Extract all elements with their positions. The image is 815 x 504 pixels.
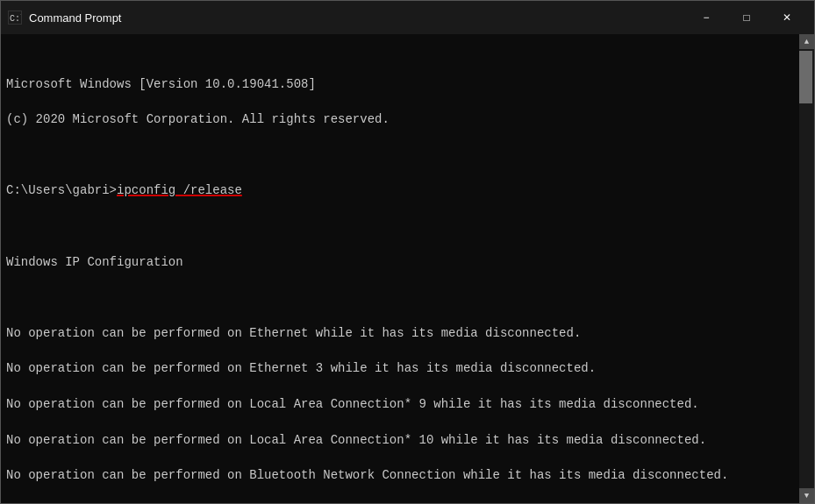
- content-area: Microsoft Windows [Version 10.0.19041.50…: [1, 34, 814, 503]
- scrollbar-thumb[interactable]: [799, 51, 812, 103]
- terminal-line: No operation can be performed on Local A…: [6, 431, 794, 449]
- terminal-line-command: C:\Users\gabri>ipconfig /release: [6, 181, 794, 199]
- terminal-line: No operation can be performed on Local A…: [6, 395, 794, 413]
- svg-text:C:\: C:\: [10, 14, 21, 24]
- scrollbar-track[interactable]: [799, 49, 814, 488]
- window-controls: − □ ✕: [686, 1, 807, 34]
- title-bar: C:\ Command Prompt − □ ✕: [1, 1, 814, 34]
- window-title: Command Prompt: [29, 11, 686, 25]
- scrollbar[interactable]: ▲ ▼: [799, 34, 814, 503]
- terminal-line: (c) 2020 Microsoft Corporation. All righ…: [6, 110, 794, 128]
- command-text: ipconfig /release: [117, 183, 242, 197]
- scroll-down-button[interactable]: ▼: [799, 488, 814, 503]
- terminal-line: [6, 502, 794, 503]
- terminal-body[interactable]: Microsoft Windows [Version 10.0.19041.50…: [1, 34, 799, 503]
- minimize-button[interactable]: −: [686, 1, 726, 34]
- terminal-line: [6, 146, 794, 164]
- maximize-button[interactable]: □: [726, 1, 767, 34]
- terminal-line: No operation can be performed on Etherne…: [6, 324, 794, 342]
- terminal-line: Microsoft Windows [Version 10.0.19041.50…: [6, 75, 794, 93]
- cmd-icon: C:\: [8, 11, 22, 25]
- terminal-line: [6, 217, 794, 235]
- prompt-path: C:\Users\gabri>: [6, 183, 117, 197]
- close-button[interactable]: ✕: [767, 1, 807, 34]
- terminal-line: Windows IP Configuration: [6, 253, 794, 271]
- terminal-line: No operation can be performed on Bluetoo…: [6, 466, 794, 484]
- terminal-line: No operation can be performed on Etherne…: [6, 359, 794, 377]
- scroll-up-button[interactable]: ▲: [799, 34, 814, 49]
- command-prompt-window: C:\ Command Prompt − □ ✕ Microsoft Windo…: [0, 0, 815, 504]
- terminal-line: [6, 288, 794, 306]
